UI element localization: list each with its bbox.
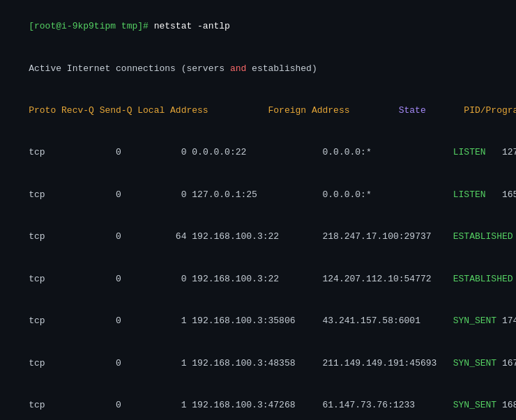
command-text-1: netstat -antlp: [154, 21, 230, 31]
table-row: tcp 0 64 192.168.100.3:22 218.247.17.100…: [7, 216, 509, 258]
column-headers: Proto Recv-Q Send-Q Local Address Foreig…: [7, 90, 509, 132]
col-header-left: Proto Recv-Q Send-Q Local Address Foreig…: [29, 105, 399, 116]
col-header-right: PID/Program name: [426, 105, 516, 116]
prompt-1: [root@i-9kp9tipm tmp]#: [29, 21, 153, 31]
col-header-state: State: [399, 105, 426, 116]
table-row: tcp 0 1 192.168.100.3:35806 43.241.157.5…: [7, 300, 509, 342]
table-row: tcp 0 0 127.0.0.1:25 0.0.0.0:* LISTEN 16…: [7, 174, 509, 216]
table-row: tcp 0 0 0.0.0.0:22 0.0.0.0:* LISTEN 1273…: [7, 132, 509, 173]
header-text-right: established): [246, 63, 317, 74]
command-line-1: [root@i-9kp9tipm tmp]# netstat -antlp: [7, 6, 509, 47]
table-row: tcp 0 0 192.168.100.3:22 124.207.112.10:…: [7, 258, 509, 300]
table-row: tcp 0 1 192.168.100.3:48358 211.149.149.…: [7, 342, 509, 384]
active-connections-header: Active Internet connections (servers and…: [7, 47, 509, 89]
header-and: and: [230, 63, 246, 74]
terminal-section-1: [root@i-9kp9tipm tmp]# netstat -antlp Ac…: [0, 0, 516, 420]
header-text-left: Active Internet connections (servers: [29, 63, 230, 74]
table-row: tcp 0 1 192.168.100.3:47268 61.147.73.76…: [7, 384, 509, 420]
